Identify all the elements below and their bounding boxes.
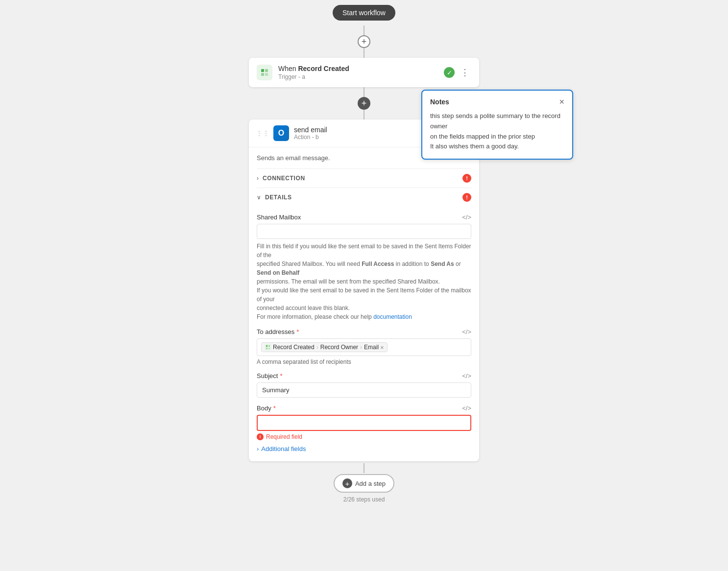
middle-connector: + [358, 87, 370, 119]
body-label-row: Body * </> [257, 404, 471, 412]
add-step-plus-icon: + [342, 478, 352, 488]
body-input[interactable] [257, 415, 471, 431]
body-error-icon: ! [257, 433, 264, 440]
drag-handle[interactable]: ⋮⋮ [256, 129, 269, 137]
to-addresses-label: To addresses [257, 328, 294, 335]
connection-label: CONNECTION [263, 175, 305, 182]
action-body: Sends an email message. › CONNECTION ! ∨… [249, 147, 479, 461]
add-step-section: + Add a step 2/26 steps used [334, 463, 394, 503]
to-addresses-label-row: To addresses * </> [257, 328, 471, 335]
svg-rect-10 [266, 348, 267, 349]
trigger-icon [258, 66, 271, 79]
notes-panel: Notes × this step sends a polite summary… [421, 90, 573, 160]
start-workflow-label: Start workflow [342, 9, 386, 17]
body-error-text: Required field [266, 433, 302, 440]
notes-title: Notes [430, 98, 449, 106]
add-step-label: Add a step [355, 480, 386, 487]
connection-section-row[interactable]: › CONNECTION ! [257, 168, 471, 188]
trigger-pre-title: When [278, 65, 298, 72]
close-icon: × [559, 97, 564, 107]
shared-mailbox-label: Shared Mailbox [257, 214, 301, 221]
to-addresses-required: * [296, 328, 299, 335]
trigger-info: When Record Created Trigger - a [278, 65, 444, 80]
trigger-actions: ✓ ⋮ [444, 67, 471, 78]
v-line-2 [364, 48, 364, 58]
svg-rect-8 [266, 345, 267, 347]
details-section-left: ∨ DETAILS [257, 194, 292, 201]
trigger-icon-svg [260, 68, 269, 77]
v-line-3 [364, 87, 364, 97]
add-before-trigger-button[interactable]: + [358, 35, 370, 48]
to-addresses-hint: A comma separated list of recipients [257, 358, 471, 365]
body-label-text: Body * [257, 404, 276, 412]
body-error-message: ! Required field [257, 433, 471, 440]
notes-line-1: this step sends a polite summary to the … [430, 112, 560, 130]
body-code-toggle[interactable]: </> [462, 404, 471, 412]
action-card: ⋮⋮ O send email Action - b ! [249, 119, 479, 461]
trigger-icon-container [257, 65, 272, 80]
additional-fields-button[interactable]: › Additional fields [257, 440, 306, 454]
trigger-subtitle: Trigger - a [278, 73, 444, 80]
record-created-tag: Record Created › Record Owner › Email × [261, 342, 388, 352]
drag-icon: ⋮⋮ [256, 129, 269, 137]
add-between-button[interactable]: + [358, 97, 370, 110]
trigger-title: When Record Created [278, 65, 444, 72]
notes-line-3: It also wishes them a good day. [430, 143, 519, 150]
subject-required: * [280, 372, 282, 380]
add-step-button[interactable]: + Add a step [334, 474, 394, 493]
notes-close-button[interactable]: × [559, 97, 564, 106]
connection-warning-icon: ! [466, 175, 468, 181]
details-warning-icon: ! [466, 194, 468, 200]
trigger-more-button[interactable]: ⋮ [459, 67, 471, 78]
tag-record-icon [265, 344, 271, 351]
to-addresses-label-text: To addresses * [257, 328, 299, 335]
outlook-icon: O [273, 125, 289, 141]
plus-icon: + [362, 37, 367, 46]
body-group: Body * </> ! Required field [257, 404, 471, 440]
shared-mailbox-code-toggle[interactable]: </> [462, 214, 471, 221]
tag-record-owner-label: Record Owner [320, 344, 358, 351]
to-addresses-code-toggle[interactable]: </> [462, 328, 471, 335]
v-line-5 [364, 463, 364, 473]
details-section-row[interactable]: ∨ DETAILS ! [257, 188, 471, 207]
shared-mailbox-hint: Fill in this field if you would like the… [257, 242, 471, 321]
tag-record-created-label: Record Created [273, 344, 315, 351]
tag-icon-svg [266, 345, 270, 350]
details-warning: ! [462, 193, 471, 202]
svg-rect-1 [265, 69, 268, 72]
top-connector: + [358, 25, 370, 58]
tag-remove-button[interactable]: × [380, 344, 384, 351]
additional-fields-label: Additional fields [261, 445, 306, 452]
documentation-link[interactable]: documentation [373, 313, 412, 320]
additional-fields-chevron: › [257, 445, 259, 452]
start-workflow-button[interactable]: Start workflow [333, 5, 395, 21]
svg-rect-9 [268, 345, 270, 347]
body-label: Body [257, 404, 271, 412]
svg-rect-11 [268, 348, 270, 349]
action-title: send email [294, 126, 431, 134]
trigger-title-bold: Record Created [298, 65, 349, 72]
connection-warning: ! [462, 174, 471, 183]
notes-line-2: on the fields mapped in the prior step [430, 133, 535, 140]
notes-body: this step sends a polite summary to the … [430, 111, 564, 152]
notes-header: Notes × [430, 97, 564, 106]
shared-mailbox-label-text: Shared Mailbox [257, 214, 301, 221]
more-icon: ⋮ [461, 68, 469, 77]
plus-icon-2: + [362, 99, 367, 108]
svg-rect-0 [261, 69, 264, 72]
action-subtitle: Action - b [294, 134, 431, 141]
connection-chevron-right: › [257, 175, 259, 182]
svg-rect-2 [261, 73, 264, 76]
subject-code-toggle[interactable]: </> [462, 372, 471, 380]
svg-rect-3 [265, 73, 268, 76]
action-info: send email Action - b [294, 126, 431, 141]
subject-label-row: Subject * </> [257, 372, 471, 380]
shared-mailbox-group: Shared Mailbox </> Fill in this field if… [257, 214, 471, 321]
connection-section-left: › CONNECTION [257, 175, 305, 182]
to-addresses-input[interactable]: Record Created › Record Owner › Email × [257, 338, 471, 356]
tag-email-label: Email [364, 344, 379, 351]
details-label: DETAILS [265, 194, 292, 201]
to-addresses-group: To addresses * </> [257, 328, 471, 365]
shared-mailbox-input[interactable] [257, 224, 471, 239]
subject-input[interactable] [257, 382, 471, 398]
